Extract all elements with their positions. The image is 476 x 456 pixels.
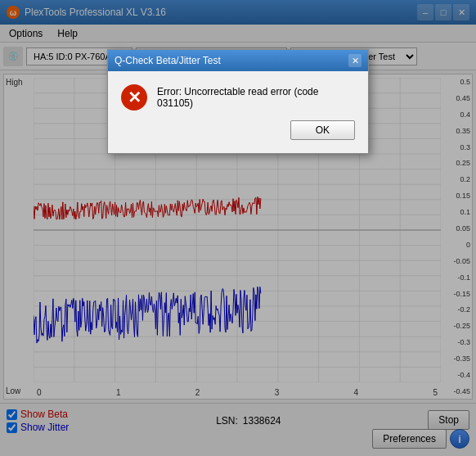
dialog-overlay: Q-Check Beta/Jitter Test ✕ ✕ Error: Unco… <box>0 0 476 456</box>
error-dialog: Q-Check Beta/Jitter Test ✕ ✕ Error: Unco… <box>107 49 369 154</box>
dialog-error-text: Error: Uncorrectable read error (code 03… <box>157 86 355 109</box>
dialog-body: ✕ Error: Uncorrectable read error (code … <box>108 71 368 153</box>
dialog-close-button[interactable]: ✕ <box>348 54 361 67</box>
dialog-title-bar: Q-Check Beta/Jitter Test ✕ <box>108 50 368 71</box>
dialog-message-row: ✕ Error: Uncorrectable read error (code … <box>121 84 355 111</box>
dialog-ok-row: OK <box>121 120 355 140</box>
ok-button[interactable]: OK <box>290 120 355 140</box>
dialog-title: Q-Check Beta/Jitter Test <box>115 55 221 66</box>
error-icon: ✕ <box>121 84 147 111</box>
